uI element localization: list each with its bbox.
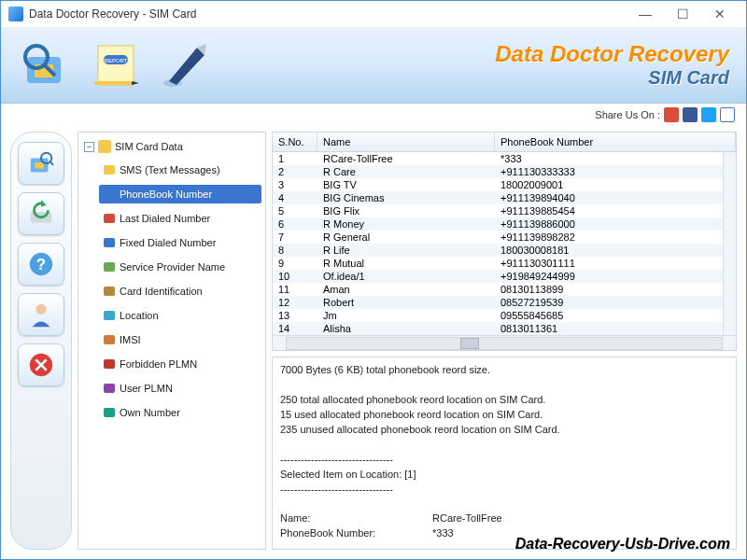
col-sno[interactable]: S.No. [273, 133, 317, 151]
collapse-icon[interactable]: − [84, 142, 94, 152]
horizontal-scrollbar[interactable] [273, 335, 736, 350]
tree-item-icon [103, 260, 116, 273]
tree-root-label: SIM Card Data [115, 141, 183, 152]
cell-sno: 7 [273, 231, 317, 244]
tree-item-label: Fixed Dialed Number [120, 237, 216, 248]
table-row[interactable]: 3BIG TV18002009001 [273, 178, 723, 191]
svg-rect-28 [104, 238, 115, 247]
exit-button[interactable] [18, 343, 64, 386]
facebook-icon[interactable] [683, 107, 698, 122]
fountain-pen-icon [160, 38, 214, 92]
table-row[interactable]: 8R Life180030008181 [273, 244, 723, 257]
cell-num: 18002009001 [495, 178, 723, 191]
tree-item[interactable]: Card Identification [99, 282, 261, 301]
scan-button[interactable] [18, 142, 64, 185]
scroll-thumb[interactable] [460, 338, 479, 349]
tree-item[interactable]: User PLMN [99, 379, 261, 398]
close-button[interactable]: ✕ [701, 1, 739, 27]
cell-sno: 4 [273, 191, 317, 204]
minimize-button[interactable]: — [627, 1, 664, 27]
tree: − SIM Card Data SMS (Text Messages)Phone… [82, 138, 261, 422]
tree-item-icon [103, 357, 116, 371]
cell-sno: 13 [273, 309, 317, 322]
share-bar: Share Us On : [1, 104, 746, 126]
googleplus-icon[interactable] [664, 107, 679, 122]
cell-num: 0813011361 [495, 322, 723, 335]
info-sep1: --------------------------------- [280, 453, 728, 468]
cell-name: BIG Flix [317, 204, 495, 217]
sim-magnifier-icon [18, 38, 72, 92]
table-row[interactable]: 10Of.idea/1+919849244999 [273, 270, 723, 283]
tree-item-label: User PLMN [120, 383, 173, 394]
svg-point-20 [35, 304, 46, 315]
cell-name: Of.idea/1 [317, 270, 495, 283]
table-row[interactable]: 2R Care+911130333333 [273, 165, 723, 178]
right-panel: S.No. Name PhoneBook Number 1RCare-TollF… [272, 132, 737, 550]
tree-item[interactable]: PhoneBook Number [99, 185, 261, 203]
table-row[interactable]: 1RCare-TollFree*333 [273, 152, 723, 165]
tree-panel: − SIM Card Data SMS (Text Messages)Phone… [78, 132, 266, 550]
tree-item[interactable]: Location [99, 306, 261, 325]
col-name[interactable]: Name [317, 133, 495, 151]
table-row[interactable]: 4BIG Cinemas+911139894040 [273, 191, 723, 204]
table-row[interactable]: 11Aman08130113899 [273, 283, 723, 296]
tree-item[interactable]: Forbidden PLMN [99, 355, 261, 373]
recover-button[interactable] [18, 192, 64, 235]
tree-item[interactable]: IMSI [99, 330, 261, 349]
tree-item-label: Location [120, 310, 159, 321]
tree-item-label: Forbidden PLMN [120, 358, 197, 370]
tree-item-icon [103, 163, 116, 176]
svg-line-15 [49, 161, 53, 165]
maximize-button[interactable]: ☐ [664, 1, 701, 27]
svg-marker-17 [41, 200, 47, 207]
svg-rect-33 [104, 359, 115, 369]
cell-sno: 1 [273, 152, 317, 165]
table-row[interactable]: 6R Money+911139886000 [273, 217, 723, 231]
table-row[interactable]: 12Robert08527219539 [273, 296, 723, 309]
tree-item[interactable]: Fixed Dialed Number [99, 233, 261, 252]
tree-item[interactable]: SMS (Text Messages) [99, 161, 261, 179]
svg-rect-26 [104, 189, 115, 199]
table-row[interactable]: 13Jm09555845685 [273, 309, 723, 322]
cell-sno: 5 [273, 204, 317, 217]
twitter-icon[interactable] [701, 107, 716, 122]
share-more-icon[interactable] [720, 107, 735, 122]
about-button[interactable] [18, 293, 64, 336]
svg-rect-34 [104, 384, 115, 393]
tree-item[interactable]: Own Number [99, 403, 261, 422]
tree-item[interactable]: Last Dialed Number [99, 209, 261, 228]
cell-num: +911139898282 [495, 231, 723, 244]
tree-item-icon [103, 382, 116, 395]
cell-num: +911130333333 [495, 165, 723, 178]
tree-item-label: Service Provider Name [120, 261, 225, 273]
tree-item-label: Last Dialed Number [120, 213, 210, 224]
grid-body[interactable]: 1RCare-TollFree*3332R Care+9111303333333… [273, 152, 723, 335]
vertical-scrollbar[interactable] [723, 152, 736, 335]
cell-name: Alisha [317, 322, 495, 335]
tree-item-icon [103, 212, 116, 225]
svg-rect-7 [94, 81, 132, 85]
tree-item-icon [103, 309, 116, 322]
cell-sno: 9 [273, 257, 317, 270]
table-row[interactable]: 9R Mutual+911130301111 [273, 257, 723, 270]
cell-name: Aman [317, 283, 495, 296]
footer-url: Data-Recovery-Usb-Drive.com [515, 536, 730, 553]
table-row[interactable]: 7R General+911139898282 [273, 231, 723, 244]
table-row[interactable]: 5BIG Flix+911139885454 [273, 204, 723, 217]
cell-num: +911139894040 [495, 191, 723, 204]
col-phonebook-number[interactable]: PhoneBook Number [495, 133, 736, 151]
banner-graphics: REPORT [18, 38, 214, 92]
table-row[interactable]: 14Alisha0813011361 [273, 322, 723, 335]
tree-item-label: Card Identification [120, 286, 203, 297]
tree-root-node[interactable]: − SIM Card Data [82, 138, 261, 155]
tree-item-icon [103, 285, 116, 298]
cell-name: R Mutual [317, 257, 495, 270]
cell-num: +911139886000 [495, 217, 723, 231]
info-number-label: PhoneBook Number: [280, 526, 430, 541]
cell-name: R General [317, 231, 495, 244]
tree-item[interactable]: Service Provider Name [99, 258, 261, 276]
cell-name: Jm [317, 309, 495, 322]
help-button[interactable]: ? [18, 243, 64, 286]
info-sep2: --------------------------------- [280, 483, 728, 497]
info-selected: Selected Item on Location: [1] [280, 468, 728, 483]
